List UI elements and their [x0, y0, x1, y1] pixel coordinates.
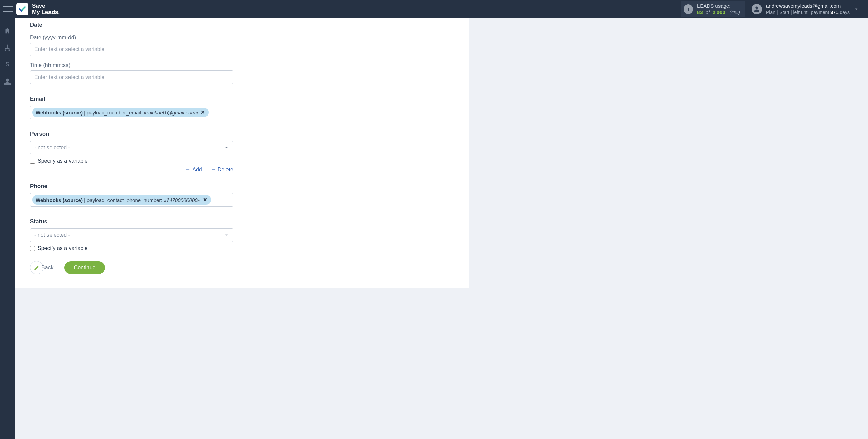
status-select-value: - not selected - [34, 232, 70, 238]
add-person-button[interactable]: Add [185, 167, 202, 173]
usage-text: LEADS usage: 83 of 2'000 (4%) [697, 3, 740, 15]
status-specify-variable-label: Specify as a variable [38, 245, 88, 251]
checkmark-icon [18, 5, 26, 13]
person-select[interactable]: - not selected - [30, 141, 233, 154]
account-lines: andrewsavemyleads@gmail.com Plan | Start… [766, 3, 850, 15]
usage-current: 83 [697, 9, 703, 15]
account-caret[interactable] [850, 6, 863, 12]
hamburger-menu-icon[interactable] [3, 4, 13, 14]
section-person-title: Person [30, 127, 233, 138]
chip-value: «14700000000» [164, 197, 200, 203]
logo-tile [16, 3, 28, 15]
section-email-title: Email [30, 92, 233, 102]
email-variable-chip[interactable]: Webhooks (source) | payload_member_email… [32, 108, 209, 117]
form-card: Date Date (yyyy-mm-dd) Time (hh:mm:ss) E… [15, 18, 469, 288]
leads-usage-pill[interactable]: i LEADS usage: 83 of 2'000 (4%) [681, 1, 745, 17]
main-scroll[interactable]: Date Date (yyyy-mm-dd) Time (hh:mm:ss) E… [15, 18, 868, 439]
dollar-icon[interactable] [4, 61, 11, 68]
phone-variable-chip[interactable]: Webhooks (source) | payload_contact_phon… [32, 195, 211, 205]
delete-person-button[interactable]: Delete [211, 167, 233, 173]
chip-sep: | [84, 110, 85, 116]
chip-source: Webhooks (source) [36, 110, 83, 116]
info-icon: i [684, 4, 693, 14]
chevron-down-icon [854, 6, 859, 12]
person-specify-variable-label: Specify as a variable [38, 158, 88, 164]
sitemap-icon[interactable] [4, 44, 11, 51]
home-icon[interactable] [4, 27, 11, 35]
person-specify-variable-row[interactable]: Specify as a variable [30, 158, 233, 164]
person-select-value: - not selected - [34, 145, 70, 151]
usage-of: of [706, 9, 710, 15]
section-phone-title: Phone [30, 180, 233, 190]
plan-days: 371 [830, 9, 838, 15]
pencil-icon [34, 265, 40, 271]
phone-chip-input[interactable]: Webhooks (source) | payload_contact_phon… [30, 193, 233, 207]
plus-icon [185, 167, 190, 172]
status-select[interactable]: - not selected - [30, 228, 233, 242]
time-input[interactable] [30, 70, 233, 84]
chevron-down-icon [224, 145, 229, 150]
add-label: Add [192, 167, 202, 173]
usage-total: 2'000 [713, 9, 725, 15]
account-email: andrewsavemyleads@gmail.com [766, 3, 850, 9]
plan-label: Plan [766, 9, 775, 15]
person-inline-actions: Add Delete [30, 167, 233, 173]
chevron-down-icon [224, 233, 229, 237]
app-logo[interactable]: Save My Leads. [16, 3, 60, 15]
back-label: Back [41, 265, 54, 271]
chip-key: payload_contact_phone_number: [87, 197, 162, 203]
date-input[interactable] [30, 43, 233, 56]
email-chip-input[interactable]: Webhooks (source) | payload_member_email… [30, 106, 233, 119]
account-plan-line: Plan | Start | left until payment 371 da… [766, 9, 850, 16]
footer-actions: Back Continue [30, 261, 233, 274]
avatar-icon [752, 4, 762, 14]
chip-remove-icon[interactable]: ✕ [202, 197, 208, 203]
plan-rest-before: left until payment [793, 9, 830, 15]
account-block[interactable]: andrewsavemyleads@gmail.com Plan | Start… [752, 3, 850, 15]
section-date-title: Date [30, 18, 233, 28]
person-specify-variable-checkbox[interactable] [30, 159, 35, 164]
chip-remove-icon[interactable]: ✕ [199, 109, 205, 116]
delete-label: Delete [218, 167, 233, 173]
date-field-label: Date (yyyy-mm-dd) [30, 35, 233, 41]
logo-text: Save My Leads. [32, 3, 60, 15]
usage-percent: (4%) [729, 9, 740, 15]
chip-sep: | [84, 197, 85, 203]
chip-key: payload_member_email: [87, 110, 142, 116]
topbar: Save My Leads. i LEADS usage: 83 of 2'00… [0, 0, 868, 18]
usage-title: LEADS usage: [697, 3, 740, 9]
minus-icon [211, 167, 216, 172]
section-status-title: Status [30, 215, 233, 225]
status-specify-variable-checkbox[interactable] [30, 246, 35, 251]
chip-source: Webhooks (source) [36, 197, 83, 203]
plan-name: Start [779, 9, 789, 15]
usage-numbers: 83 of 2'000 (4%) [697, 9, 740, 15]
chip-value: «michael1@gmail.com» [144, 110, 198, 116]
sidebar [0, 18, 15, 439]
time-field-label: Time (hh:mm:ss) [30, 62, 233, 68]
continue-button[interactable]: Continue [64, 261, 105, 274]
plan-days-word: days [840, 9, 850, 15]
status-specify-variable-row[interactable]: Specify as a variable [30, 245, 233, 251]
user-icon[interactable] [4, 78, 11, 85]
